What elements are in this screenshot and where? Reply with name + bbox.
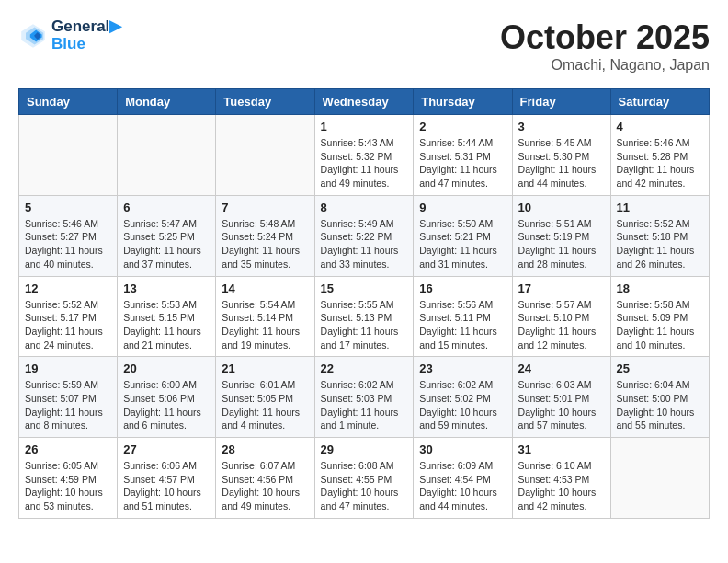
day-info: Sunrise: 6:02 AMSunset: 5:02 PMDaylight:… <box>419 378 506 432</box>
day-number: 17 <box>518 282 605 295</box>
calendar-cell: 21Sunrise: 6:01 AMSunset: 5:05 PMDayligh… <box>216 357 314 438</box>
calendar-cell: 18Sunrise: 5:58 AMSunset: 5:09 PMDayligh… <box>610 276 709 357</box>
day-number: 4 <box>617 120 703 133</box>
day-info: Sunrise: 6:02 AMSunset: 5:03 PMDaylight:… <box>321 378 408 432</box>
day-number: 6 <box>123 201 210 214</box>
calendar-cell: 29Sunrise: 6:08 AMSunset: 4:55 PMDayligh… <box>314 438 414 519</box>
calendar-cell: 27Sunrise: 6:06 AMSunset: 4:57 PMDayligh… <box>118 438 216 519</box>
day-info: Sunrise: 6:08 AMSunset: 4:55 PMDaylight:… <box>321 459 408 513</box>
calendar-cell: 5Sunrise: 5:46 AMSunset: 5:27 PMDaylight… <box>19 195 118 276</box>
day-info: Sunrise: 6:03 AMSunset: 5:01 PMDaylight:… <box>518 378 605 432</box>
calendar-cell: 12Sunrise: 5:52 AMSunset: 5:17 PMDayligh… <box>19 276 118 357</box>
weekday-header-monday: Monday <box>118 89 216 115</box>
day-number: 10 <box>518 201 605 214</box>
calendar-cell <box>216 115 314 196</box>
calendar-cell: 14Sunrise: 5:54 AMSunset: 5:14 PMDayligh… <box>216 276 314 357</box>
title-section: October 2025 Omachi, Nagano, Japan <box>500 18 710 74</box>
day-number: 11 <box>617 201 703 214</box>
day-number: 5 <box>25 201 111 214</box>
day-number: 25 <box>617 362 703 375</box>
day-info: Sunrise: 6:04 AMSunset: 5:00 PMDaylight:… <box>617 378 703 432</box>
day-number: 22 <box>321 362 408 375</box>
month-title: October 2025 <box>500 18 710 57</box>
day-number: 23 <box>419 362 506 375</box>
calendar-cell: 10Sunrise: 5:51 AMSunset: 5:19 PMDayligh… <box>512 195 610 276</box>
calendar-cell <box>19 115 118 196</box>
location: Omachi, Nagano, Japan <box>500 57 710 74</box>
day-number: 2 <box>419 120 506 133</box>
day-number: 30 <box>419 442 506 456</box>
calendar-cell: 1Sunrise: 5:43 AMSunset: 5:32 PMDaylight… <box>314 115 414 196</box>
day-number: 14 <box>222 282 308 295</box>
day-info: Sunrise: 6:05 AMSunset: 4:59 PMDaylight:… <box>25 459 111 513</box>
day-number: 18 <box>617 282 703 295</box>
day-number: 1 <box>321 120 408 133</box>
calendar-table: SundayMondayTuesdayWednesdayThursdayFrid… <box>18 88 710 519</box>
day-info: Sunrise: 5:46 AMSunset: 5:28 PMDaylight:… <box>617 136 703 190</box>
day-info: Sunrise: 6:10 AMSunset: 4:53 PMDaylight:… <box>518 459 605 513</box>
calendar-week-2: 5Sunrise: 5:46 AMSunset: 5:27 PMDaylight… <box>19 195 710 276</box>
page-header: General▶ Blue October 2025 Omachi, Nagan… <box>18 18 710 74</box>
day-number: 13 <box>123 282 210 295</box>
day-number: 12 <box>25 282 111 295</box>
day-info: Sunrise: 6:09 AMSunset: 4:54 PMDaylight:… <box>419 459 506 513</box>
calendar-cell: 4Sunrise: 5:46 AMSunset: 5:28 PMDaylight… <box>610 115 709 196</box>
day-info: Sunrise: 5:48 AMSunset: 5:24 PMDaylight:… <box>222 217 308 271</box>
calendar-cell: 25Sunrise: 6:04 AMSunset: 5:00 PMDayligh… <box>610 357 709 438</box>
day-info: Sunrise: 6:00 AMSunset: 5:06 PMDaylight:… <box>123 378 210 432</box>
calendar-cell: 28Sunrise: 6:07 AMSunset: 4:56 PMDayligh… <box>216 438 314 519</box>
day-number: 20 <box>123 362 210 375</box>
calendar-cell: 8Sunrise: 5:49 AMSunset: 5:22 PMDaylight… <box>314 195 414 276</box>
calendar-cell: 23Sunrise: 6:02 AMSunset: 5:02 PMDayligh… <box>414 357 512 438</box>
day-number: 19 <box>25 362 111 375</box>
day-number: 16 <box>419 282 506 295</box>
day-number: 29 <box>321 442 408 456</box>
day-number: 7 <box>222 201 308 214</box>
day-info: Sunrise: 5:47 AMSunset: 5:25 PMDaylight:… <box>123 217 210 271</box>
calendar-cell: 3Sunrise: 5:45 AMSunset: 5:30 PMDaylight… <box>512 115 610 196</box>
day-info: Sunrise: 5:52 AMSunset: 5:17 PMDaylight:… <box>25 298 111 352</box>
calendar-cell: 24Sunrise: 6:03 AMSunset: 5:01 PMDayligh… <box>512 357 610 438</box>
calendar-cell: 7Sunrise: 5:48 AMSunset: 5:24 PMDaylight… <box>216 195 314 276</box>
calendar-cell: 16Sunrise: 5:56 AMSunset: 5:11 PMDayligh… <box>414 276 512 357</box>
day-number: 9 <box>419 201 506 214</box>
weekday-header-tuesday: Tuesday <box>216 89 314 115</box>
day-number: 15 <box>321 282 408 295</box>
day-number: 28 <box>222 442 308 456</box>
day-info: Sunrise: 5:59 AMSunset: 5:07 PMDaylight:… <box>25 378 111 432</box>
weekday-header-row: SundayMondayTuesdayWednesdayThursdayFrid… <box>19 89 710 115</box>
day-info: Sunrise: 5:49 AMSunset: 5:22 PMDaylight:… <box>321 217 408 271</box>
day-number: 26 <box>25 442 111 456</box>
calendar-cell: 19Sunrise: 5:59 AMSunset: 5:07 PMDayligh… <box>19 357 118 438</box>
day-info: Sunrise: 5:44 AMSunset: 5:31 PMDaylight:… <box>419 136 506 190</box>
day-info: Sunrise: 5:45 AMSunset: 5:30 PMDaylight:… <box>518 136 605 190</box>
calendar-week-3: 12Sunrise: 5:52 AMSunset: 5:17 PMDayligh… <box>19 276 710 357</box>
day-number: 31 <box>518 442 605 456</box>
calendar-cell: 30Sunrise: 6:09 AMSunset: 4:54 PMDayligh… <box>414 438 512 519</box>
day-number: 27 <box>123 442 210 456</box>
day-info: Sunrise: 5:57 AMSunset: 5:10 PMDaylight:… <box>518 298 605 352</box>
day-info: Sunrise: 6:06 AMSunset: 4:57 PMDaylight:… <box>123 459 210 513</box>
day-info: Sunrise: 5:50 AMSunset: 5:21 PMDaylight:… <box>419 217 506 271</box>
weekday-header-sunday: Sunday <box>19 89 118 115</box>
day-info: Sunrise: 5:55 AMSunset: 5:13 PMDaylight:… <box>321 298 408 352</box>
logo-icon <box>18 21 48 51</box>
calendar-cell: 6Sunrise: 5:47 AMSunset: 5:25 PMDaylight… <box>118 195 216 276</box>
calendar-cell: 17Sunrise: 5:57 AMSunset: 5:10 PMDayligh… <box>512 276 610 357</box>
calendar-cell: 31Sunrise: 6:10 AMSunset: 4:53 PMDayligh… <box>512 438 610 519</box>
day-info: Sunrise: 5:51 AMSunset: 5:19 PMDaylight:… <box>518 217 605 271</box>
day-number: 8 <box>321 201 408 214</box>
logo-text: General▶ Blue <box>51 18 121 52</box>
day-info: Sunrise: 5:54 AMSunset: 5:14 PMDaylight:… <box>222 298 308 352</box>
weekday-header-wednesday: Wednesday <box>314 89 414 115</box>
weekday-header-saturday: Saturday <box>610 89 709 115</box>
day-info: Sunrise: 5:53 AMSunset: 5:15 PMDaylight:… <box>123 298 210 352</box>
day-info: Sunrise: 6:07 AMSunset: 4:56 PMDaylight:… <box>222 459 308 513</box>
calendar-cell: 11Sunrise: 5:52 AMSunset: 5:18 PMDayligh… <box>610 195 709 276</box>
calendar-cell: 20Sunrise: 6:00 AMSunset: 5:06 PMDayligh… <box>118 357 216 438</box>
day-number: 3 <box>518 120 605 133</box>
calendar-cell: 9Sunrise: 5:50 AMSunset: 5:21 PMDaylight… <box>414 195 512 276</box>
day-info: Sunrise: 6:01 AMSunset: 5:05 PMDaylight:… <box>222 378 308 432</box>
day-info: Sunrise: 5:52 AMSunset: 5:18 PMDaylight:… <box>617 217 703 271</box>
calendar-cell: 15Sunrise: 5:55 AMSunset: 5:13 PMDayligh… <box>314 276 414 357</box>
